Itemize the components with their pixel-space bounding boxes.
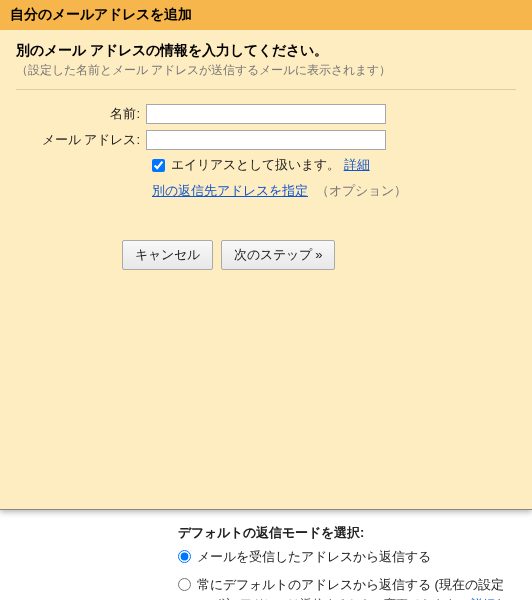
reply-mode-label-2-wrap: 常にデフォルトのアドレスから返信する (現在の設定 (注: アドレスは返信すると…: [197, 576, 504, 600]
email-input[interactable]: [146, 130, 386, 150]
button-row: キャンセル 次のステップ »: [122, 240, 516, 270]
background-settings: デフォルトの返信モードを選択: メールを受信したアドレスから返信する 常にデフォ…: [0, 510, 532, 600]
cancel-button[interactable]: キャンセル: [122, 240, 213, 270]
reply-mode-title: デフォルトの返信モードを選択:: [178, 524, 532, 542]
next-step-button[interactable]: 次のステップ »: [221, 240, 336, 270]
alias-details-link[interactable]: 詳細: [344, 156, 370, 174]
reply-mode-radio-1[interactable]: [178, 550, 191, 563]
dialog-body: 別のメール アドレスの情報を入力してください。 （設定した名前とメール アドレス…: [0, 30, 532, 282]
reply-option-text: （オプション）: [316, 183, 407, 198]
reply-mode-option2-row: 常にデフォルトのアドレスから返信する (現在の設定 (注: アドレスは返信すると…: [178, 576, 532, 600]
email-row: メール アドレス:: [16, 130, 516, 150]
instruction-text: 別のメール アドレスの情報を入力してください。: [16, 42, 516, 60]
alias-row: エイリアスとして扱います。 詳細: [152, 156, 516, 174]
add-email-dialog: 自分のメールアドレスを追加 別のメール アドレスの情報を入力してください。 （設…: [0, 0, 532, 510]
reply-mode-label-1: メールを受信したアドレスから返信する: [197, 548, 431, 566]
reply-mode-note: (注: アドレスは返信するときに変更できます。 詳細 ): [217, 596, 504, 600]
name-label: 名前:: [16, 105, 146, 123]
reply-address-link[interactable]: 別の返信先アドレスを指定: [152, 183, 308, 198]
instruction-subtext: （設定した名前とメール アドレスが送信するメールに表示されます）: [16, 62, 516, 79]
email-label: メール アドレス:: [16, 131, 146, 149]
dialog-title: 自分のメールアドレスを追加: [0, 0, 532, 30]
reply-row: 別の返信先アドレスを指定 （オプション）: [152, 182, 516, 200]
name-row: 名前:: [16, 104, 516, 124]
reply-mode-radio-2[interactable]: [178, 578, 191, 591]
divider: [16, 89, 516, 90]
reply-mode-label-2: 常にデフォルトのアドレスから返信する (現在の設定: [197, 577, 504, 592]
alias-checkbox[interactable]: [152, 159, 165, 172]
alias-label: エイリアスとして扱います。: [171, 156, 340, 174]
name-input[interactable]: [146, 104, 386, 124]
reply-mode-option1-row: メールを受信したアドレスから返信する: [178, 548, 532, 566]
